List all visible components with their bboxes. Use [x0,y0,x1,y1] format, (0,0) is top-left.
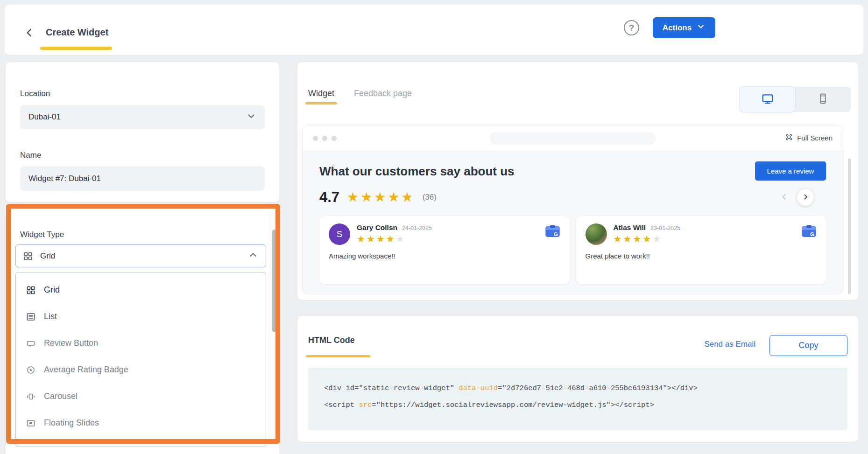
preview-tabs: Widget Feedback page [308,89,412,105]
option-label: List [44,312,57,321]
location-select-value: Dubai-01 [28,112,61,122]
fullscreen-icon [785,133,793,143]
header-bar: Create Widget ? Actions [5,5,863,55]
widget-type-label: Widget Type [20,230,64,239]
panel-scrollbar[interactable] [272,230,276,332]
review-date: 24-01-2025 [402,225,432,231]
widget-type-dropdown: Grid List Review Button Average Rating B… [15,272,266,447]
option-label: Carousel [44,391,78,401]
smartphone-icon [817,93,829,106]
window-dots [313,136,337,141]
option-label: Grid [44,285,60,295]
back-button[interactable] [21,25,37,41]
dropdown-option-list[interactable]: List [16,303,266,330]
chevron-left-icon [780,192,789,203]
location-label: Location [20,89,50,98]
preview-card: Widget Feedback page [297,62,858,300]
location-select[interactable]: Dubai-01 [20,105,265,129]
grid-icon [26,286,35,295]
carousel-nav [777,189,814,206]
help-icon: ? [629,23,635,33]
monitor-icon [762,93,774,106]
code-line: <div id="static-review-widget" data-uuid… [324,380,832,397]
html-code-title: HTML Code [308,335,355,345]
option-label: Floating Slides [44,418,99,428]
rating-stars: ★★★★★★ [347,191,415,204]
address-bar [490,132,656,145]
widget-settings-card: Location Dubai-01 Name [6,62,279,202]
full-screen-label: Full Screen [797,134,833,142]
tab-feedback-page[interactable]: Feedback page [354,89,412,105]
average-rating-value: 4.7 [319,189,339,206]
window-dot [332,136,337,141]
leave-review-button[interactable]: Leave a review [755,161,826,181]
google-business-icon: G [801,224,817,241]
google-business-icon: G [545,224,560,241]
review-stars: ★★★★★ [357,233,432,244]
avatar-photo [586,224,607,245]
dropdown-option-carousel[interactable]: Carousel [16,383,266,410]
carousel-icon [26,392,35,401]
reviewer-name: Atlas Will [614,224,646,232]
review-count: (36) [423,193,437,202]
mobile-view-button[interactable] [795,87,851,112]
option-label: Review Button [44,338,98,348]
help-button[interactable]: ? [624,20,639,35]
dropdown-option-review-button[interactable]: Review Button [16,330,266,356]
svg-text:G: G [554,231,558,237]
widget-type-select[interactable]: Grid [15,244,266,267]
send-as-email-link[interactable]: Send as Email [701,339,758,349]
reviewer-name: Gary Collsn [357,224,397,232]
grid-icon [23,251,33,261]
chevron-left-icon [23,27,35,40]
review-text: Great place to work!! [586,252,817,260]
option-label: Average Rating Badge [44,365,128,375]
chevron-down-icon [246,111,256,124]
copy-button[interactable]: Copy [769,335,847,356]
actions-button[interactable]: Actions [653,17,715,38]
browser-top-bar: Full Screen [303,126,843,150]
avatar: S [329,224,350,245]
name-label: Name [20,151,41,160]
review-cards: S Gary Collsn 24-01-2025 ★★★★★ G [319,216,826,284]
review-card: S Gary Collsn 24-01-2025 ★★★★★ G [319,216,570,284]
carousel-next-button[interactable] [797,189,814,206]
review-card: Atlas Will 23-01-2025 ★★★★★ G Great plac… [576,216,826,284]
window-dot [322,136,327,141]
preview-scrollbar[interactable] [848,159,851,294]
title-underline [40,47,112,50]
chevron-down-icon [696,22,706,34]
review-date: 23-01-2025 [650,225,680,231]
browser-preview: Full Screen What our customers say about… [302,126,843,294]
tab-widget[interactable]: Widget [308,89,334,105]
title-underline [306,355,370,357]
review-button-icon [26,339,35,348]
review-stars: ★★★★★ [614,233,681,244]
dropdown-option-grid[interactable]: Grid [16,277,266,303]
widget-preview-content: What our customers say about us Leave a … [303,150,843,294]
widget-type-card: Widget Type Grid Grid List [6,209,279,454]
create-widget-page: Create Widget ? Actions Location Dubai-0… [0,0,868,454]
chevron-up-icon [248,250,258,262]
device-toggle [740,87,851,112]
desktop-view-button[interactable] [740,87,795,112]
chevron-right-icon [801,193,810,203]
dropdown-option-floating-slides[interactable]: Floating Slides [16,410,266,436]
floating-slides-icon [26,419,35,428]
review-text: Amazing workspace!! [329,252,560,260]
code-line: <script src="https://widget.socialreview… [324,397,832,413]
svg-text:G: G [810,231,814,237]
html-code-card: HTML Code Send as Email Copy <div id="st… [297,316,858,442]
dropdown-option-average-rating-badge[interactable]: Average Rating Badge [16,356,266,383]
full-screen-button[interactable]: Full Screen [782,133,835,143]
widget-type-select-value: Grid [40,251,55,261]
average-rating-badge-icon [26,365,35,375]
actions-button-label: Actions [663,23,692,33]
page-title: Create Widget [46,27,108,38]
list-icon [26,312,35,321]
carousel-prev-button[interactable] [777,190,791,204]
widget-heading: What our customers say about us [319,164,515,179]
name-input[interactable] [20,167,265,191]
window-dot [313,136,318,141]
embed-code-block: <div id="static-review-widget" data-uuid… [308,368,847,430]
